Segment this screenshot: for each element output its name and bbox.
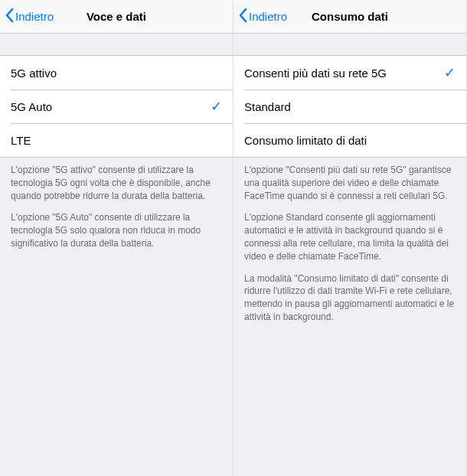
page-title: Consumo dati <box>312 10 388 23</box>
option-low-data[interactable]: Consumo limitato di dati <box>234 123 466 157</box>
footer-text: L'opzione "5G attivo" consente di utiliz… <box>0 158 233 259</box>
option-label: Standard <box>244 100 291 113</box>
option-list: Consenti più dati su rete 5G ✓ Standard … <box>234 55 466 158</box>
footer-paragraph: L'opzione "5G attivo" consente di utiliz… <box>11 164 222 202</box>
footer-paragraph: La modalità "Consumo limitato di dati" c… <box>244 272 456 324</box>
option-more-data-5g[interactable]: Consenti più dati su rete 5G ✓ <box>234 56 466 90</box>
option-label: Consumo limitato di dati <box>244 134 367 147</box>
option-lte[interactable]: LTE <box>0 123 233 157</box>
navbar: Indietro Consumo dati <box>234 0 466 34</box>
footer-paragraph: L'opzione "Consenti più dati su rete 5G"… <box>244 164 456 202</box>
chevron-left-icon <box>238 8 247 25</box>
option-label: 5G Auto <box>11 100 52 113</box>
footer-paragraph: L'opzione Standard consente gli aggiorna… <box>244 211 456 262</box>
option-5g-attivo[interactable]: 5G attivo <box>0 56 233 90</box>
option-label: LTE <box>11 134 31 147</box>
option-list: 5G attivo 5G Auto ✓ LTE <box>0 55 233 158</box>
back-label: Indietro <box>249 10 287 23</box>
content: 5G attivo 5G Auto ✓ LTE L'opzione "5G at… <box>0 34 233 476</box>
page-title: Voce e dati <box>87 10 146 23</box>
chevron-left-icon <box>5 8 14 25</box>
checkmark-icon: ✓ <box>211 98 222 115</box>
screen-data-usage: Indietro Consumo dati Consenti più dati … <box>234 0 467 476</box>
footer-paragraph: L'opzione "5G Auto" consente di utilizza… <box>11 211 222 249</box>
navbar: Indietro Voce e dati <box>0 0 233 34</box>
option-label: Consenti più dati su rete 5G <box>244 67 387 80</box>
footer-text: L'opzione "Consenti più dati su rete 5G"… <box>234 158 466 333</box>
back-button[interactable]: Indietro <box>238 8 287 25</box>
back-button[interactable]: Indietro <box>5 8 54 25</box>
option-5g-auto[interactable]: 5G Auto ✓ <box>0 90 233 123</box>
spacer <box>234 34 466 55</box>
spacer <box>0 34 233 55</box>
option-label: 5G attivo <box>11 67 57 80</box>
back-label: Indietro <box>15 10 54 23</box>
option-standard[interactable]: Standard <box>234 90 466 123</box>
checkmark-icon: ✓ <box>444 64 456 81</box>
content: Consenti più dati su rete 5G ✓ Standard … <box>234 34 466 476</box>
screen-voice-data: Indietro Voce e dati 5G attivo 5G Auto ✓… <box>0 0 234 476</box>
